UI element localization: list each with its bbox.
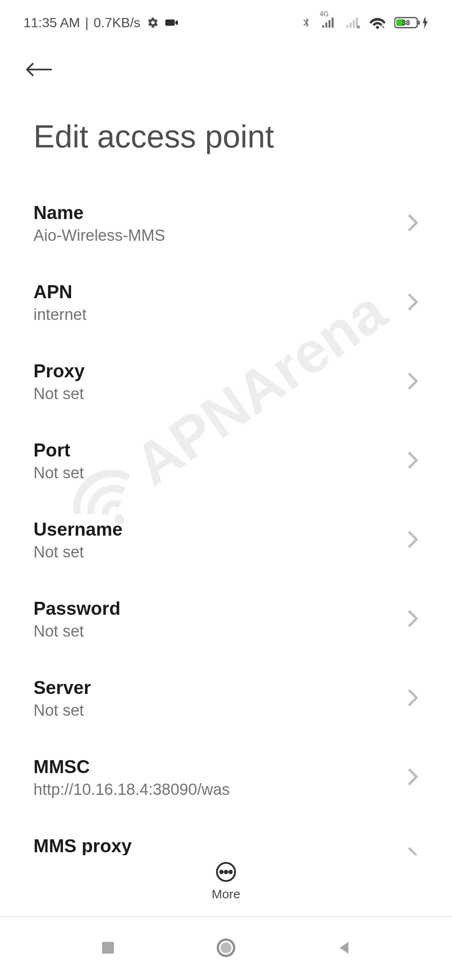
nav-bar [0, 917, 452, 980]
bluetooth-icon [300, 15, 312, 30]
more-icon [215, 861, 237, 883]
chevron-right-icon [407, 451, 419, 472]
row-port[interactable]: Port Not set [33, 421, 419, 500]
status-net-speed: 0.7KB/s [94, 15, 141, 31]
camera-icon [164, 15, 179, 30]
row-label: MMSC [33, 756, 230, 777]
row-mmsc[interactable]: MMSC http://10.16.18.4:38090/was [33, 738, 419, 817]
status-bar: 11:35 AM | 0.7KB/s 4G 38 [0, 0, 452, 38]
row-name[interactable]: Name Aio-Wireless-MMS [33, 184, 419, 263]
row-label: APN [33, 281, 87, 302]
row-server[interactable]: Server Not set [33, 659, 419, 738]
svg-point-6 [220, 871, 223, 873]
back-arrow-icon [25, 60, 52, 79]
chevron-right-icon [407, 530, 419, 551]
svg-point-8 [229, 871, 232, 873]
chevron-right-icon [407, 846, 419, 855]
nav-recent-button[interactable] [99, 939, 117, 958]
more-label: More [212, 887, 240, 901]
row-label: Username [33, 519, 123, 540]
signal-4g-icon: 4G [321, 16, 336, 29]
status-left: 11:35 AM | 0.7KB/s [23, 15, 179, 31]
row-value: Not set [33, 385, 85, 403]
chevron-right-icon [407, 609, 419, 630]
row-value: Not set [33, 622, 121, 640]
nav-back-button[interactable] [335, 939, 353, 958]
triangle-left-icon [335, 939, 353, 957]
battery-icon: 38 [394, 16, 429, 29]
page-title: Edit access point [0, 93, 452, 184]
nav-home-button[interactable] [215, 937, 237, 960]
svg-point-7 [225, 871, 227, 873]
row-value: Not set [33, 543, 123, 561]
row-proxy[interactable]: Proxy Not set [33, 342, 419, 421]
back-button[interactable] [23, 54, 54, 85]
status-time: 11:35 AM [23, 15, 80, 31]
row-username[interactable]: Username Not set [33, 500, 419, 580]
status-sep: | [85, 15, 88, 31]
signal-off-icon [345, 16, 361, 29]
more-button[interactable]: More [212, 861, 240, 901]
row-value: Not set [33, 701, 91, 720]
settings-list: Name Aio-Wireless-MMS APN internet Proxy… [0, 184, 452, 855]
svg-point-11 [221, 942, 231, 953]
wifi-icon [369, 16, 386, 29]
row-label: MMS proxy [33, 836, 132, 855]
svg-rect-9 [102, 942, 114, 954]
chevron-right-icon [407, 767, 419, 788]
chevron-right-icon [407, 213, 419, 234]
square-icon [99, 939, 117, 957]
row-value: internet [33, 306, 87, 324]
row-label: Proxy [33, 361, 85, 382]
settings-icon [146, 16, 159, 29]
bottom-actions: More [0, 855, 452, 917]
svg-text:38: 38 [402, 19, 410, 27]
circle-icon [215, 937, 237, 959]
row-label: Port [33, 440, 84, 461]
row-password[interactable]: Password Not set [33, 580, 419, 659]
row-label: Name [33, 202, 165, 223]
row-label: Password [33, 598, 121, 619]
chevron-right-icon [407, 292, 419, 313]
row-apn[interactable]: APN internet [33, 263, 419, 342]
row-value: Not set [33, 464, 84, 482]
chevron-right-icon [407, 371, 419, 392]
header [0, 38, 452, 93]
chevron-right-icon [407, 688, 419, 709]
row-value: Aio-Wireless-MMS [33, 227, 165, 245]
row-label: Server [33, 677, 91, 698]
svg-point-0 [381, 25, 385, 29]
row-value: http://10.16.18.4:38090/was [33, 781, 230, 799]
row-mms-proxy[interactable]: MMS proxy 10.16.18.77 [33, 817, 419, 855]
svg-rect-2 [418, 21, 420, 25]
status-right: 4G 38 [300, 15, 429, 30]
